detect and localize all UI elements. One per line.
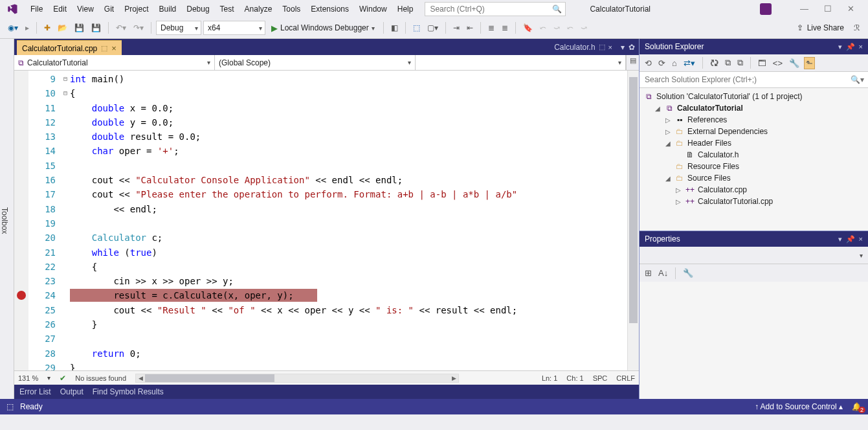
scroll-left-icon[interactable]: ◀ — [136, 374, 145, 382]
menu-analyze[interactable]: Analyze — [239, 2, 278, 16]
tab-settings-icon[interactable]: ✿ — [629, 43, 635, 52]
panel-menu-icon[interactable]: ▾ — [838, 235, 842, 243]
comment-icon[interactable]: ≣ — [485, 21, 497, 34]
scroll-thumb[interactable] — [629, 77, 638, 323]
fold-gutter[interactable]: ⊟⊟ — [61, 71, 70, 370]
outdent-icon[interactable]: ⇤ — [464, 21, 476, 34]
code-body[interactable]: int main(){ double x = 0.0; double y = 0… — [70, 71, 627, 370]
scroll-right-icon[interactable]: ▶ — [449, 374, 458, 382]
expand-icon[interactable]: ◢ — [654, 105, 662, 112]
live-share-button[interactable]: ⇪ Live Share — [792, 21, 849, 34]
nav-scope-combo[interactable]: (Global Scope) — [215, 55, 416, 70]
panel-close-icon[interactable]: × — [859, 43, 863, 51]
references-node[interactable]: ▷ ▪▪ References — [640, 114, 868, 126]
tool-icon-3[interactable]: ▢▾ — [425, 21, 441, 34]
menu-file[interactable]: File — [25, 2, 48, 16]
pin-icon[interactable]: ⬚ — [599, 43, 605, 51]
open-icon[interactable]: 📂 — [55, 21, 70, 34]
window-mgmt-icon[interactable]: ⬚ — [6, 402, 14, 411]
feedback-icon[interactable]: ℛ — [851, 21, 863, 34]
lineend-indicator[interactable]: CRLF — [616, 374, 635, 382]
close-tab-icon[interactable]: × — [608, 43, 612, 51]
bottom-tab[interactable]: Find Symbol Results — [93, 387, 164, 396]
categorize-icon[interactable]: ⊞ — [643, 267, 654, 279]
scroll-thumb[interactable] — [145, 374, 274, 382]
close-tab-icon[interactable]: × — [111, 43, 117, 53]
indent-icon[interactable]: ⇥ — [451, 21, 462, 34]
pin-icon[interactable]: ⬚ — [101, 44, 107, 52]
panel-close-icon[interactable]: × — [859, 235, 863, 243]
tool-nav2-icon[interactable]: ⤻ — [551, 21, 562, 34]
menu-tools[interactable]: Tools — [277, 2, 306, 16]
file-node[interactable]: 🗎 Calculator.h — [640, 149, 868, 161]
panel-pin-icon[interactable]: 📌 — [846, 43, 855, 51]
solution-search-input[interactable] — [643, 74, 851, 85]
solution-node[interactable]: ⧉ Solution 'CalculatorTutorial' (1 of 1 … — [640, 91, 868, 102]
home-icon[interactable]: ⌂ — [670, 57, 679, 69]
tab-inactive[interactable]: Calculator.h ⬚ × — [550, 40, 617, 54]
external-node[interactable]: ▷ 🗀 External Dependencies — [640, 126, 868, 137]
file-node[interactable]: ▷ ++ CalculatorTutorial.cpp — [640, 196, 868, 207]
back-icon[interactable]: ⟲ — [643, 57, 654, 69]
expand-icon[interactable]: ▷ — [674, 187, 682, 194]
tool-nav1-icon[interactable]: ⤺ — [537, 21, 549, 34]
expand-icon[interactable]: ▷ — [674, 198, 682, 205]
preview-icon[interactable]: ⬑ — [804, 57, 815, 69]
menu-test[interactable]: Test — [215, 2, 239, 16]
collapse-icon[interactable]: ⧉ — [723, 56, 733, 69]
nav-fwd-button[interactable]: ▸ — [23, 21, 32, 34]
save-all-icon[interactable]: 💾 — [89, 21, 104, 34]
show-all-icon[interactable]: ⧉ — [735, 56, 745, 69]
expand-icon[interactable]: ◢ — [664, 175, 672, 182]
expand-icon[interactable]: ▷ — [664, 117, 672, 124]
bottom-tab[interactable]: Output — [60, 387, 83, 396]
sync-icon[interactable]: 🗘 — [708, 57, 720, 69]
maximize-button[interactable]: ☐ — [824, 4, 832, 14]
toolbox-panel[interactable]: Toolbox — [0, 39, 14, 399]
source-node[interactable]: ◢ 🗀 Source Files — [640, 172, 868, 184]
resource-node[interactable]: 🗀 Resource Files — [640, 161, 868, 172]
file-node[interactable]: ▷ ++ Calculator.cpp — [640, 184, 868, 196]
menu-build[interactable]: Build — [154, 2, 182, 16]
properties-combo[interactable] — [640, 247, 868, 264]
horizontal-scrollbar[interactable]: ◀ ▶ — [135, 374, 459, 383]
undo-icon[interactable]: ↶▾ — [113, 21, 129, 34]
tool-nav4-icon[interactable]: ⤻ — [578, 21, 590, 34]
col-indicator[interactable]: Ch: 1 — [566, 374, 583, 382]
source-control-button[interactable]: ↑ Add to Source Control ▴ — [755, 402, 843, 411]
nav-project-combo[interactable]: ⧉ CalculatorTutorial — [14, 55, 215, 70]
vertical-scrollbar[interactable] — [627, 71, 639, 370]
config-combo[interactable]: Debug — [156, 21, 201, 35]
close-button[interactable]: ✕ — [847, 4, 854, 14]
nav-member-combo[interactable] — [416, 55, 626, 70]
menu-debug[interactable]: Debug — [181, 2, 214, 16]
headers-node[interactable]: ◢ 🗀 Header Files — [640, 137, 868, 149]
switch-icon[interactable]: ⇄▾ — [682, 57, 697, 69]
solution-search[interactable]: 🔍▾ — [640, 72, 868, 88]
nav-back-button[interactable]: ◉▾ — [5, 21, 21, 34]
code-editor[interactable]: 9101112131415161718192021222324252627282… — [14, 71, 639, 370]
zoom-level[interactable]: 131 % — [18, 374, 38, 382]
start-debug-button[interactable]: ▶ Local Windows Debugger ▾ — [267, 22, 379, 34]
menu-edit[interactable]: Edit — [48, 2, 72, 16]
new-project-icon[interactable]: ✚ — [41, 21, 53, 34]
wrench-icon[interactable]: 🔧 — [787, 57, 801, 69]
panel-pin-icon[interactable]: 📌 — [846, 235, 855, 243]
expand-icon[interactable]: ▷ — [664, 128, 672, 135]
menu-git[interactable]: Git — [99, 2, 119, 16]
line-indicator[interactable]: Ln: 1 — [542, 374, 557, 382]
minimize-button[interactable]: — — [800, 4, 808, 14]
menu-project[interactable]: Project — [119, 2, 153, 16]
menu-help[interactable]: Help — [392, 2, 419, 16]
panel-menu-icon[interactable]: ▾ — [838, 43, 842, 51]
menu-view[interactable]: View — [72, 2, 99, 16]
breakpoint-gutter[interactable] — [14, 71, 28, 370]
issues-label[interactable]: No issues found — [75, 374, 126, 382]
menu-window[interactable]: Window — [354, 2, 392, 16]
search-box[interactable]: 🔍 — [425, 2, 566, 16]
notifications-icon[interactable]: 🔔 — [852, 402, 862, 411]
search-input[interactable] — [428, 4, 552, 14]
tool-icon-2[interactable]: ⬚ — [410, 21, 423, 34]
breakpoint-icon[interactable] — [17, 291, 26, 300]
uncomment-icon[interactable]: ≣ — [499, 21, 511, 34]
